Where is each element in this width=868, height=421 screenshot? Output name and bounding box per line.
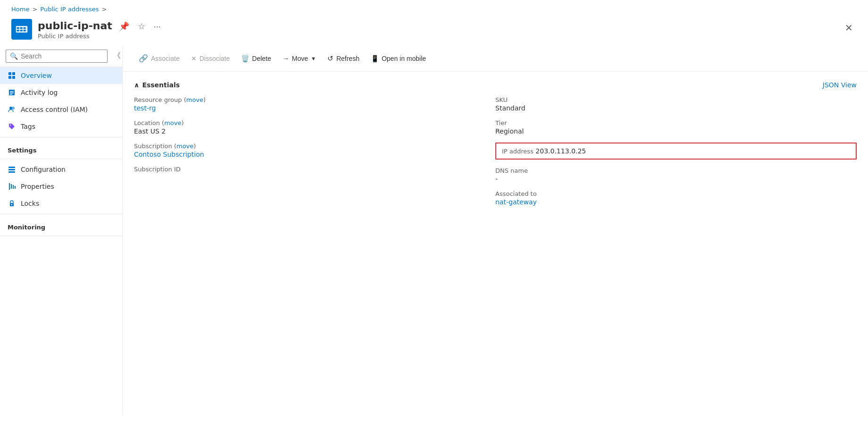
page-header: public-ip-nat 📌 ☆ ··· Public IP address … xyxy=(0,17,868,45)
essentials-left-col: Resource group (move) test-rg Location (… xyxy=(134,96,495,213)
header-action-icons: 📌 ☆ ··· xyxy=(117,20,163,33)
associated-to-field: Associated to nat-gateway xyxy=(495,190,857,206)
svg-rect-2 xyxy=(20,27,23,29)
subscription-value[interactable]: Contoso Subscription xyxy=(134,151,495,158)
svg-point-26 xyxy=(11,204,12,205)
resource-group-label: Resource group (move) xyxy=(134,96,495,103)
essentials-header: ∧ Essentials JSON View xyxy=(134,81,857,89)
associated-to-value[interactable]: nat-gateway xyxy=(495,198,857,206)
iam-icon xyxy=(8,105,16,114)
resource-name-text: public-ip-nat xyxy=(38,20,112,32)
resource-group-value[interactable]: test-rg xyxy=(134,104,495,112)
essentials-chevron-icon: ∧ xyxy=(134,81,139,89)
refresh-button[interactable]: ↺ Refresh xyxy=(323,51,364,66)
sidebar-item-configuration[interactable]: Configuration xyxy=(0,161,122,178)
collapse-sidebar-button[interactable]: 《 xyxy=(111,49,123,63)
resource-type: Public IP address xyxy=(38,33,163,40)
svg-rect-19 xyxy=(8,169,15,170)
svg-rect-24 xyxy=(15,186,16,189)
search-row: 🔍 《 xyxy=(0,45,122,67)
sidebar-item-properties[interactable]: Properties xyxy=(0,178,122,195)
essentials-section: ∧ Essentials JSON View Resource group (m… xyxy=(123,72,868,223)
sidebar-item-configuration-label: Configuration xyxy=(21,166,66,173)
monitoring-section-label: Monitoring xyxy=(0,216,122,234)
svg-rect-1 xyxy=(17,27,19,29)
resource-name-row: public-ip-nat 📌 ☆ ··· xyxy=(38,18,163,33)
json-view-link[interactable]: JSON View xyxy=(823,81,857,89)
breadcrumb-public-ip[interactable]: Public IP addresses xyxy=(40,6,99,13)
resource-icon xyxy=(11,19,32,40)
overview-icon xyxy=(8,71,16,80)
search-box[interactable]: 🔍 xyxy=(6,50,108,63)
sidebar-item-activity-log[interactable]: Activity log xyxy=(0,84,122,101)
subscription-label: Subscription (move) xyxy=(134,143,495,150)
svg-rect-3 xyxy=(24,27,26,29)
svg-rect-7 xyxy=(8,72,11,75)
svg-rect-9 xyxy=(8,76,11,79)
header-left: public-ip-nat 📌 ☆ ··· Public IP address xyxy=(11,18,163,40)
svg-point-17 xyxy=(10,125,11,126)
location-label: Location (move) xyxy=(134,119,495,126)
more-button[interactable]: ··· xyxy=(152,21,163,33)
sidebar-item-properties-label: Properties xyxy=(21,183,54,190)
sidebar-item-access-control[interactable]: Access control (IAM) xyxy=(0,101,122,118)
essentials-title: ∧ Essentials xyxy=(134,81,180,89)
resource-group-move-link[interactable]: move xyxy=(186,96,203,103)
close-button[interactable]: ✕ xyxy=(841,20,857,35)
breadcrumb-home[interactable]: Home xyxy=(11,6,29,13)
move-label: Move xyxy=(292,55,308,62)
locks-icon xyxy=(8,199,16,208)
open-mobile-label: Open in mobile xyxy=(382,55,426,62)
settings-divider xyxy=(0,137,122,137)
tier-value: Regional xyxy=(495,127,857,135)
dissociate-button[interactable]: ✕ Dissociate xyxy=(186,52,235,65)
refresh-icon: ↺ xyxy=(327,54,334,63)
content-area: 🔗 Associate ✕ Dissociate 🗑️ Delete → Mov… xyxy=(123,45,868,414)
ip-address-value: 203.0.113.0.25 xyxy=(535,147,586,155)
svg-rect-14 xyxy=(10,94,12,95)
ip-address-highlight-box: IP address 203.0.113.0.25 xyxy=(495,143,857,160)
favorite-button[interactable]: ☆ xyxy=(136,20,147,33)
delete-icon: 🗑️ xyxy=(241,55,249,62)
svg-rect-12 xyxy=(10,91,14,92)
open-mobile-button[interactable]: 📱 Open in mobile xyxy=(366,52,431,65)
move-button[interactable]: → Move ▼ xyxy=(278,52,321,65)
location-field: Location (move) East US 2 xyxy=(134,119,495,135)
delete-button[interactable]: 🗑️ Delete xyxy=(236,52,275,65)
subscription-id-field: Subscription ID xyxy=(134,166,495,174)
sidebar-item-locks-label: Locks xyxy=(21,200,39,207)
sidebar-item-tags-label: Tags xyxy=(21,123,35,130)
sidebar-item-tags[interactable]: Tags xyxy=(0,118,122,135)
tier-label: Tier xyxy=(495,119,857,126)
breadcrumb: Home > Public IP addresses > xyxy=(0,0,868,17)
subscription-move-link[interactable]: move xyxy=(176,143,193,150)
pin-button[interactable]: 📌 xyxy=(117,20,131,33)
dns-name-field: DNS name - xyxy=(495,167,857,183)
breadcrumb-sep1: > xyxy=(32,6,37,13)
associate-button[interactable]: 🔗 Associate xyxy=(134,51,184,66)
sku-field: SKU Standard xyxy=(495,96,857,112)
location-move-link[interactable]: move xyxy=(164,119,181,126)
dns-name-value: - xyxy=(495,175,857,183)
search-icon: 🔍 xyxy=(10,52,18,60)
settings-divider2 xyxy=(0,159,122,159)
sku-value: Standard xyxy=(495,104,857,112)
svg-rect-0 xyxy=(16,26,28,33)
move-icon: → xyxy=(283,55,289,62)
tier-field: Tier Regional xyxy=(495,119,857,135)
settings-section-label: Settings xyxy=(0,139,122,157)
sidebar-item-overview[interactable]: Overview xyxy=(0,67,122,84)
ip-address-field: IP address 203.0.113.0.25 xyxy=(495,143,857,160)
sidebar-item-iam-label: Access control (IAM) xyxy=(21,106,88,113)
associate-icon: 🔗 xyxy=(139,54,148,63)
svg-rect-8 xyxy=(12,72,15,75)
main-layout: 🔍 《 Overview Activity log Access control… xyxy=(0,45,868,414)
mobile-icon: 📱 xyxy=(371,55,379,62)
search-input[interactable] xyxy=(21,52,103,60)
move-chevron-icon: ▼ xyxy=(311,56,316,61)
sidebar-item-locks[interactable]: Locks xyxy=(0,195,122,212)
dissociate-label: Dissociate xyxy=(200,55,230,62)
sku-label: SKU xyxy=(495,96,857,103)
essentials-grid: Resource group (move) test-rg Location (… xyxy=(134,96,857,213)
svg-rect-18 xyxy=(8,167,15,168)
